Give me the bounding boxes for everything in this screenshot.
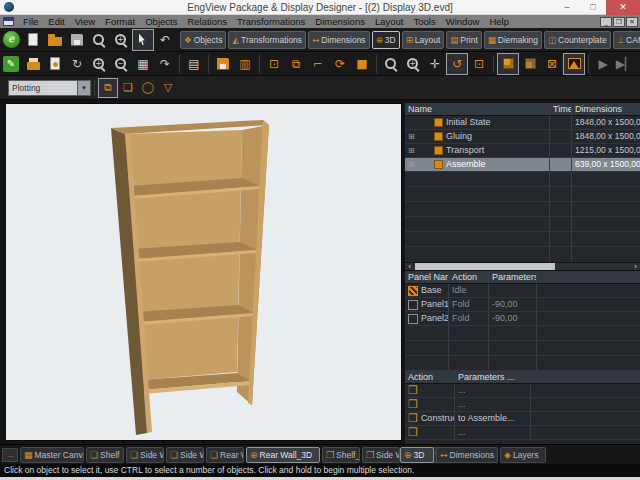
- tab-layout[interactable]: ⊞Layout: [402, 31, 445, 49]
- tab-objects[interactable]: ❖Objects: [180, 31, 226, 49]
- tab-view-dimensions[interactable]: ↔Dimensions: [436, 447, 498, 463]
- play-animation-button[interactable]: ▶: [592, 53, 614, 75]
- fill-object-button[interactable]: ■: [351, 53, 373, 75]
- table-row-selected[interactable]: ⊞Assemble 639,00 x 1500,00 x 30: [405, 158, 640, 172]
- 3d-viewport[interactable]: [5, 103, 402, 441]
- tab-dimensions[interactable]: ↔Dimensions: [308, 31, 370, 49]
- save-state-button[interactable]: [212, 53, 234, 75]
- column-time[interactable]: Time: [550, 103, 572, 115]
- tab-shelf[interactable]: ❏Shelf: [86, 447, 124, 463]
- column-parameters[interactable]: Parameters ..: [489, 271, 537, 283]
- corner-handles-button[interactable]: ⌐: [307, 53, 329, 75]
- select-tool-button[interactable]: [132, 29, 154, 51]
- tile-windows-button[interactable]: ▦: [132, 53, 154, 75]
- menu-layout[interactable]: Layout: [370, 15, 409, 28]
- mdi-minimize-button[interactable]: _: [600, 17, 612, 27]
- tab-rear-wall[interactable]: ❏Rear W: [206, 447, 244, 463]
- document-properties-button[interactable]: ▤: [183, 53, 205, 75]
- table-row[interactable]: ❒Construct to Assemble...: [405, 412, 640, 426]
- mdi-restore-button[interactable]: ❐: [613, 17, 625, 27]
- open-button[interactable]: [44, 29, 66, 51]
- column-panel-name[interactable]: Panel Name: [405, 271, 449, 283]
- tab-view-3d[interactable]: ⊕3D: [400, 447, 434, 463]
- table-row[interactable]: ⊞Transport 1215,00 x 1500,00 x 18: [405, 144, 640, 158]
- zoom-tool-button[interactable]: [380, 53, 402, 75]
- search-button[interactable]: [88, 29, 110, 51]
- menu-edit[interactable]: Edit: [43, 15, 69, 28]
- tab-side-wall-3d-1[interactable]: ❒Side W: [362, 447, 400, 463]
- table-row[interactable]: Initial State 1848,00 x 1500,00 x 20: [405, 116, 640, 130]
- menu-transformations[interactable]: Transformations: [232, 15, 310, 28]
- table-row[interactable]: Panel1 Fold -90,00: [405, 298, 640, 312]
- document-icon[interactable]: [3, 17, 14, 26]
- undo-button[interactable]: ↶: [154, 29, 176, 51]
- expand-icon[interactable]: ⊞: [408, 130, 418, 143]
- skip-to-end-button[interactable]: ▶▏: [614, 53, 636, 75]
- print-button[interactable]: [22, 53, 44, 75]
- tab-side-wall-1[interactable]: ❏Side W: [126, 447, 164, 463]
- menu-file[interactable]: File: [18, 15, 43, 28]
- tab-cam[interactable]: ⊥CAM: [613, 31, 640, 49]
- plotting-dropdown[interactable]: Plotting ▾: [8, 80, 91, 96]
- column-parameters[interactable]: Parameters ...: [455, 371, 531, 383]
- plot-layout-button[interactable]: ⧉: [98, 78, 118, 98]
- mdi-close-button[interactable]: ✕: [626, 17, 638, 27]
- column-name[interactable]: Name: [405, 103, 550, 115]
- stack-boxes-button[interactable]: ⧉: [285, 53, 307, 75]
- horizontal-scrollbar[interactable]: ‹ ›: [405, 262, 640, 271]
- expand-icon[interactable]: ⊞: [408, 144, 418, 157]
- refresh-button[interactable]: ↻: [66, 53, 88, 75]
- rotate-object-button[interactable]: ⟳: [329, 53, 351, 75]
- column-action[interactable]: Action: [405, 371, 455, 383]
- plot-lasso-button[interactable]: ◯: [138, 78, 158, 98]
- orbit-button[interactable]: ↺: [446, 53, 468, 75]
- tab-3d[interactable]: ⊕3D: [372, 31, 400, 49]
- tab-rear-wall-3d[interactable]: ⊕Rear Wall_3D: [246, 447, 320, 463]
- zoom-window-button[interactable]: ⊡: [468, 53, 490, 75]
- tab-diemaking[interactable]: ▦Diemaking: [484, 31, 542, 49]
- minimize-button[interactable]: –: [554, 0, 580, 15]
- export-document-button[interactable]: ▥: [234, 53, 256, 75]
- scrollbar-thumb[interactable]: [415, 263, 555, 270]
- column-dimensions[interactable]: Dimensions: [572, 103, 640, 115]
- tab-counterplate[interactable]: ◫Counterplate: [544, 31, 611, 49]
- table-row[interactable]: Base Idle: [405, 284, 640, 298]
- chevron-down-icon[interactable]: ▾: [78, 80, 91, 96]
- zoom-in-tool-button[interactable]: [88, 53, 110, 75]
- close-button[interactable]: ✕: [606, 0, 640, 15]
- redo-button[interactable]: ↷: [154, 53, 176, 75]
- render-view-button[interactable]: [563, 53, 585, 75]
- pan-button[interactable]: ✛: [424, 53, 446, 75]
- tab-master-canvas[interactable]: ▦Master Canvas: [20, 447, 84, 463]
- menu-window[interactable]: Window: [441, 15, 485, 28]
- maximize-button[interactable]: □: [580, 0, 606, 15]
- menu-dimensions[interactable]: Dimensions: [310, 15, 370, 28]
- tab-shelf-3d[interactable]: ❒Shelf_: [322, 447, 360, 463]
- save-button[interactable]: [66, 29, 88, 51]
- table-row[interactable]: ⊞Gluing 1848,00 x 1500,00 x 6,: [405, 130, 640, 144]
- plot-funnel-button[interactable]: ▽: [158, 78, 178, 98]
- engview-logo-icon[interactable]: e: [0, 29, 22, 51]
- shaded-view-button[interactable]: [519, 53, 541, 75]
- expand-icon[interactable]: ⊞: [408, 158, 418, 171]
- zoom-in-view-button[interactable]: [402, 53, 424, 75]
- zoom-in-button[interactable]: [110, 29, 132, 51]
- table-row[interactable]: ❒ ...: [405, 426, 640, 440]
- table-row[interactable]: Panel2 Fold -90,00: [405, 312, 640, 326]
- menu-tools[interactable]: Tools: [408, 15, 440, 28]
- scroll-left-icon[interactable]: ‹: [405, 262, 414, 271]
- table-row[interactable]: ❒ ...: [405, 398, 640, 412]
- menu-format[interactable]: Format: [100, 15, 140, 28]
- solid-view-button[interactable]: [497, 53, 519, 75]
- menu-view[interactable]: View: [70, 15, 100, 28]
- menu-objects[interactable]: Objects: [140, 15, 182, 28]
- wireframe-view-button[interactable]: ⊠: [541, 53, 563, 75]
- print-preview-button[interactable]: [44, 53, 66, 75]
- tab-view-layers[interactable]: ◈Layers: [500, 447, 546, 463]
- plot-single-button[interactable]: ❏: [118, 78, 138, 98]
- column-action[interactable]: Action: [449, 271, 489, 283]
- edit-mode-button[interactable]: ✎: [0, 53, 22, 75]
- table-row[interactable]: ❒ ...: [405, 384, 640, 398]
- tab-transformations[interactable]: ◭Transformations: [228, 31, 306, 49]
- tab-print[interactable]: ▤Print: [446, 31, 482, 49]
